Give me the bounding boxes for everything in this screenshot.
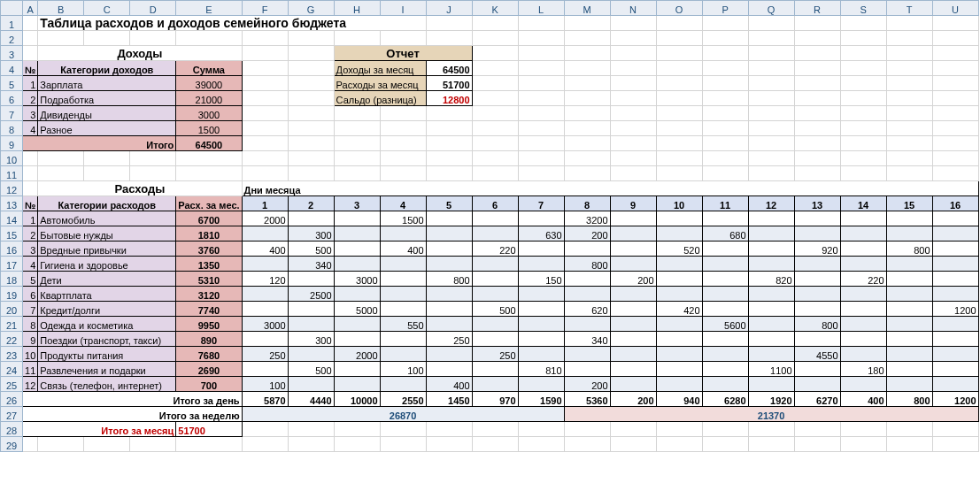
col-E[interactable]: E: [176, 1, 242, 16]
col-L[interactable]: L: [518, 1, 564, 16]
expense-row: 2310Продукты питания768025020002504550: [1, 347, 979, 362]
expense-header-row: 13№Категории расходовРасх. за мес. 12345…: [1, 196, 979, 211]
column-headers[interactable]: ABCDEFGHIJKLMNOPQRSTU: [1, 1, 979, 16]
expense-row: 2411Развлечения и подарки269050010081011…: [1, 362, 979, 377]
page-title: Таблица расходов и доходов семейного бюд…: [38, 16, 426, 31]
col-H[interactable]: H: [334, 1, 380, 16]
days-label: Дни месяца: [242, 181, 978, 196]
expense-row: 174Гигиена и здоровье1350340800: [1, 257, 979, 272]
report-header: Отчет: [334, 46, 472, 61]
col-C[interactable]: C: [84, 1, 130, 16]
col-M[interactable]: M: [564, 1, 610, 16]
spreadsheet[interactable]: ABCDEFGHIJKLMNOPQRSTU 1Таблица расходов …: [0, 0, 979, 452]
expense-row: 152Бытовые нужды1810300630200680: [1, 226, 979, 242]
col-G[interactable]: G: [288, 1, 334, 16]
col-I[interactable]: I: [380, 1, 426, 16]
col-D[interactable]: D: [130, 1, 176, 16]
row-1: 1Таблица расходов и доходов семейного бю…: [1, 16, 979, 31]
col-S[interactable]: S: [840, 1, 886, 16]
expense-row: 185Дети53101203000800150200820220: [1, 272, 979, 287]
income-col-sum[interactable]: Сумма: [176, 61, 242, 76]
income-col-num[interactable]: №: [23, 61, 38, 76]
col-J[interactable]: J: [426, 1, 472, 16]
col-K[interactable]: K: [472, 1, 518, 16]
col-T[interactable]: T: [886, 1, 932, 16]
expense-row: 163Вредные привычки376040050040022052092…: [1, 242, 979, 257]
expense-row: 218Одежда и косметика995030005505600800: [1, 317, 979, 332]
col-O[interactable]: O: [656, 1, 702, 16]
col-N[interactable]: N: [610, 1, 656, 16]
expense-row: 2512Связь (телефон, интернет)70010040020…: [1, 377, 979, 392]
expenses-header: Расходы: [38, 181, 242, 196]
col-F[interactable]: F: [242, 1, 288, 16]
col-A[interactable]: A: [23, 1, 38, 16]
col-P[interactable]: P: [702, 1, 748, 16]
col-Q[interactable]: Q: [748, 1, 794, 16]
col-corner[interactable]: [1, 1, 23, 16]
expense-row: 196Квартплата31202500: [1, 287, 979, 302]
col-U[interactable]: U: [932, 1, 978, 16]
expense-row: 207Кредит/долги774050005006204201200: [1, 302, 979, 317]
expense-row: 229Поездки (транспорт, такси)89030025034…: [1, 332, 979, 347]
income-header: Доходы: [38, 46, 242, 61]
expense-row: 141Автомобиль6700200015003200: [1, 211, 979, 226]
col-R[interactable]: R: [794, 1, 840, 16]
income-col-cat[interactable]: Категории доходов: [38, 61, 176, 76]
col-B[interactable]: B: [38, 1, 84, 16]
